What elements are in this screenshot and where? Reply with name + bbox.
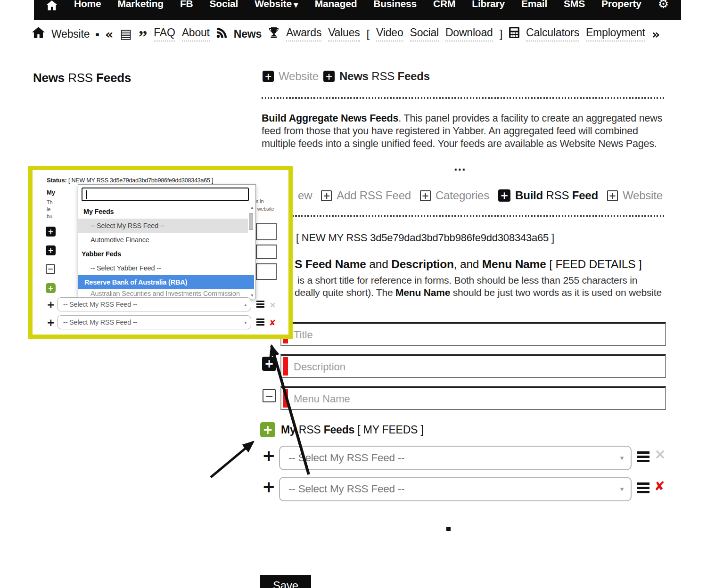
- feed-title-field[interactable]: [280, 322, 666, 346]
- inset-bg-field: [256, 223, 277, 240]
- breadcrumb-website[interactable]: Website: [279, 70, 319, 83]
- add-feed-green-plus-icon[interactable]: +: [260, 422, 275, 437]
- tab-bar: ew + Add RSS Feed + Categories + Build R…: [298, 189, 663, 202]
- my-rss-feeds-header: + My RSS Feeds [ MY FEEDS ]: [260, 422, 424, 437]
- scrollbar-thumb[interactable]: [249, 213, 253, 230]
- add-row-plus-icon[interactable]: +: [47, 317, 55, 328]
- subnav-item-employment[interactable]: Employment: [586, 26, 645, 41]
- subnav-item-calculators[interactable]: Calculators: [526, 26, 579, 41]
- inset-bg-fragment: le: [47, 206, 50, 212]
- gear-icon[interactable]: ⚙: [658, 0, 669, 10]
- inset-my-rss-feed-select-2[interactable]: -- Select My RSS Feed -- ▾: [57, 315, 251, 329]
- subnav-item-awards[interactable]: Awards: [286, 26, 321, 41]
- topnav-item-property[interactable]: Property: [601, 0, 641, 9]
- collapse-minus-icon[interactable]: −: [263, 389, 276, 402]
- required-marker: [283, 357, 288, 376]
- inset-bg-field: [256, 245, 277, 259]
- quote-icon[interactable]: ”: [138, 33, 147, 41]
- tab-categories[interactable]: + Categories: [420, 189, 489, 202]
- topnav-item-library[interactable]: Library: [472, 0, 505, 9]
- title-input[interactable]: [293, 324, 659, 346]
- topnav-item-website[interactable]: Website▼: [255, 0, 298, 9]
- zoomed-inset-screenshot: Status: [ NEW MY RSS 3d5e79dad3bd7bb986f…: [28, 166, 293, 339]
- feed-details-line1: is a short title for reference in forms.…: [297, 275, 637, 286]
- chevrons-right-icon[interactable]: »: [652, 27, 660, 41]
- subnav-item-social[interactable]: Social: [410, 26, 439, 41]
- subnav-item-news[interactable]: News: [234, 28, 262, 41]
- description-input[interactable]: [293, 356, 659, 378]
- rss-icon[interactable]: [216, 27, 227, 41]
- home-icon[interactable]: [32, 27, 45, 41]
- plus-icon: +: [46, 227, 56, 237]
- plus-icon[interactable]: +: [263, 71, 274, 82]
- save-button[interactable]: Save: [260, 575, 311, 588]
- my-rss-feed-select-2[interactable]: -- Select My RSS Feed -- ▾: [279, 477, 632, 501]
- subnav-item-video[interactable]: Video: [376, 26, 403, 41]
- inset-bg-fragment: bu: [47, 213, 52, 219]
- feed-description-field[interactable]: [280, 354, 666, 378]
- topnav-item-sms[interactable]: SMS: [564, 0, 585, 9]
- my-rss-feed-select-1[interactable]: -- Select My RSS Feed -- ▾: [279, 446, 632, 470]
- inset-my-rss-feed-select-1[interactable]: -- Select My RSS Feed -- ▴: [57, 297, 251, 311]
- scrollbar-up-icon[interactable]: ▴: [251, 204, 253, 210]
- breadcrumb: + Website + News RSS Feeds: [263, 70, 430, 83]
- menu-name-input[interactable]: [293, 388, 659, 410]
- subnav-item-download[interactable]: Download: [445, 26, 493, 41]
- topnav-item-business[interactable]: Business: [373, 0, 417, 9]
- delete-row-icon[interactable]: ✘: [654, 480, 665, 493]
- dropdown-option[interactable]: -- Select Yabber Feed --: [78, 261, 248, 275]
- dropdown-search-input[interactable]: [82, 188, 249, 201]
- topnav-item-home[interactable]: Home: [74, 0, 101, 9]
- drag-handle-icon[interactable]: [256, 318, 264, 326]
- topnav-item-marketing[interactable]: Marketing: [118, 0, 164, 9]
- caret-up-icon: ▴: [244, 302, 247, 307]
- feed-menu-name-field[interactable]: [280, 386, 666, 410]
- top-nav-bar: Home Marketing FB Social Website▼ Manage…: [34, 0, 681, 20]
- scrollbar-down-icon[interactable]: ▾: [251, 293, 253, 298]
- trophy-icon[interactable]: [268, 27, 280, 41]
- bracket-open: [: [367, 27, 370, 41]
- add-row-plus-icon[interactable]: +: [262, 480, 275, 494]
- tab-website[interactable]: + Website: [607, 189, 663, 202]
- remove-row-icon[interactable]: ×: [654, 448, 666, 461]
- topnav-item-managed[interactable]: Managed: [315, 0, 357, 9]
- topnav-item-crm[interactable]: CRM: [433, 0, 455, 9]
- chevrons-left-icon[interactable]: «: [105, 27, 113, 41]
- list-icon[interactable]: ▤: [120, 29, 132, 39]
- drag-handle-icon[interactable]: [637, 451, 649, 462]
- drag-handle-icon[interactable]: [256, 301, 264, 308]
- add-row-plus-icon[interactable]: +: [47, 299, 55, 310]
- dropdown-option[interactable]: -- Select My RSS Feed --: [78, 219, 248, 233]
- feed-status-id: [ NEW MY RSS 3d5e79dad3bd7bb986fe9dd3083…: [296, 232, 554, 244]
- delete-row-icon[interactable]: ✘: [269, 316, 276, 329]
- tab-build-rss-feed[interactable]: + Build RSS Feed: [498, 189, 598, 202]
- plus-icon[interactable]: +: [323, 71, 335, 82]
- topnav-item-fb[interactable]: FB: [180, 0, 193, 9]
- dropdown-option-highlighted[interactable]: Reserve Bank of Australia (RBA): [78, 275, 254, 289]
- bracket-close: ]: [500, 27, 502, 41]
- topnav-item-social[interactable]: Social: [209, 0, 238, 9]
- minus-icon: −: [46, 264, 55, 274]
- remove-row-icon[interactable]: ×: [269, 298, 276, 311]
- add-row-plus-icon[interactable]: +: [262, 449, 275, 463]
- tab-overview-fragment[interactable]: ew: [298, 189, 312, 202]
- drag-handle-icon[interactable]: [637, 482, 649, 493]
- text-cursor: [86, 190, 87, 199]
- secondary-nav: Website ▪ « ▤ ” FAQ About News Awards Va…: [32, 26, 682, 41]
- subnav-item-about[interactable]: About: [182, 26, 210, 41]
- subnav-item-website[interactable]: Website: [51, 28, 90, 41]
- topnav-item-email[interactable]: Email: [521, 0, 547, 9]
- arrow-to-green-plus: [211, 442, 253, 477]
- dotted-divider: [262, 215, 666, 217]
- dropdown-option[interactable]: Automotive Finance: [78, 233, 248, 247]
- expand-plus-icon[interactable]: +: [262, 357, 276, 371]
- home-icon[interactable]: [46, 0, 58, 12]
- subnav-item-values[interactable]: Values: [328, 26, 360, 41]
- inset-bg-fragment: Th: [47, 199, 52, 205]
- tab-add-rss-feed[interactable]: + Add RSS Feed: [321, 189, 411, 202]
- inset-status-line: Status: [ NEW MY RSS 3d5e79dad3bd7bb986f…: [47, 177, 213, 184]
- required-marker: [283, 389, 288, 408]
- feed-details-line2: deally quite short). The Menu Name shoul…: [295, 287, 662, 298]
- calculator-icon[interactable]: [509, 27, 519, 41]
- subnav-item-faq[interactable]: FAQ: [154, 26, 175, 41]
